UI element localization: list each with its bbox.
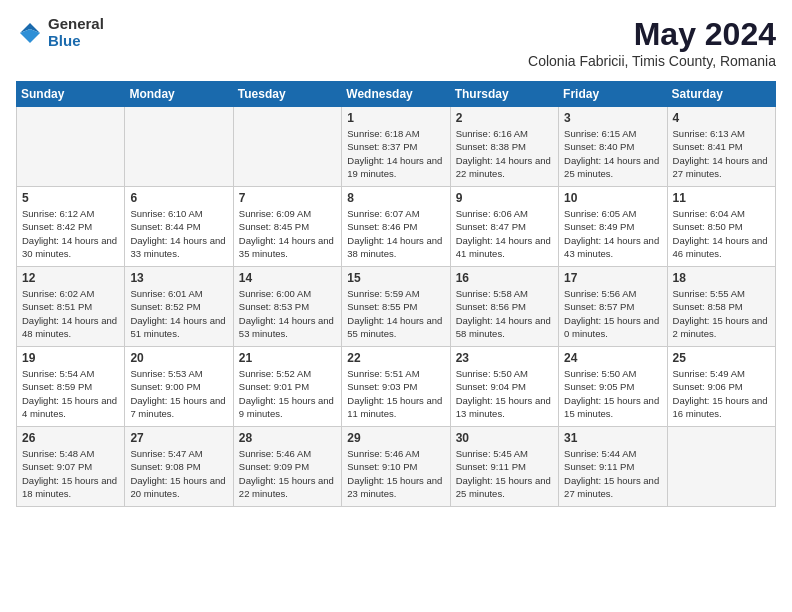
day-number: 12	[22, 271, 119, 285]
day-info: Sunrise: 6:02 AM Sunset: 8:51 PM Dayligh…	[22, 287, 119, 340]
day-number: 8	[347, 191, 444, 205]
table-row: 5Sunrise: 6:12 AM Sunset: 8:42 PM Daylig…	[17, 187, 125, 267]
table-row: 23Sunrise: 5:50 AM Sunset: 9:04 PM Dayli…	[450, 347, 558, 427]
day-number: 27	[130, 431, 227, 445]
day-info: Sunrise: 6:01 AM Sunset: 8:52 PM Dayligh…	[130, 287, 227, 340]
logo: General Blue	[16, 16, 104, 49]
day-number: 11	[673, 191, 770, 205]
day-info: Sunrise: 5:54 AM Sunset: 8:59 PM Dayligh…	[22, 367, 119, 420]
calendar-header-row: Sunday Monday Tuesday Wednesday Thursday…	[17, 82, 776, 107]
day-number: 26	[22, 431, 119, 445]
calendar-subtitle: Colonia Fabricii, Timis County, Romania	[528, 53, 776, 69]
day-info: Sunrise: 6:04 AM Sunset: 8:50 PM Dayligh…	[673, 207, 770, 260]
table-row: 9Sunrise: 6:06 AM Sunset: 8:47 PM Daylig…	[450, 187, 558, 267]
table-row: 3Sunrise: 6:15 AM Sunset: 8:40 PM Daylig…	[559, 107, 667, 187]
calendar-table: Sunday Monday Tuesday Wednesday Thursday…	[16, 81, 776, 507]
day-info: Sunrise: 5:46 AM Sunset: 9:10 PM Dayligh…	[347, 447, 444, 500]
day-info: Sunrise: 5:56 AM Sunset: 8:57 PM Dayligh…	[564, 287, 661, 340]
day-number: 21	[239, 351, 336, 365]
table-row: 15Sunrise: 5:59 AM Sunset: 8:55 PM Dayli…	[342, 267, 450, 347]
day-number: 30	[456, 431, 553, 445]
day-info: Sunrise: 5:51 AM Sunset: 9:03 PM Dayligh…	[347, 367, 444, 420]
day-number: 7	[239, 191, 336, 205]
table-row: 27Sunrise: 5:47 AM Sunset: 9:08 PM Dayli…	[125, 427, 233, 507]
day-info: Sunrise: 6:00 AM Sunset: 8:53 PM Dayligh…	[239, 287, 336, 340]
day-number: 15	[347, 271, 444, 285]
day-info: Sunrise: 5:45 AM Sunset: 9:11 PM Dayligh…	[456, 447, 553, 500]
day-info: Sunrise: 6:18 AM Sunset: 8:37 PM Dayligh…	[347, 127, 444, 180]
calendar-week-row: 19Sunrise: 5:54 AM Sunset: 8:59 PM Dayli…	[17, 347, 776, 427]
table-row: 26Sunrise: 5:48 AM Sunset: 9:07 PM Dayli…	[17, 427, 125, 507]
day-number: 19	[22, 351, 119, 365]
day-number: 20	[130, 351, 227, 365]
title-block: May 2024 Colonia Fabricii, Timis County,…	[528, 16, 776, 69]
table-row: 22Sunrise: 5:51 AM Sunset: 9:03 PM Dayli…	[342, 347, 450, 427]
day-number: 2	[456, 111, 553, 125]
table-row	[17, 107, 125, 187]
table-row: 14Sunrise: 6:00 AM Sunset: 8:53 PM Dayli…	[233, 267, 341, 347]
page-header: General Blue May 2024 Colonia Fabricii, …	[16, 16, 776, 69]
table-row: 21Sunrise: 5:52 AM Sunset: 9:01 PM Dayli…	[233, 347, 341, 427]
day-info: Sunrise: 5:52 AM Sunset: 9:01 PM Dayligh…	[239, 367, 336, 420]
day-number: 31	[564, 431, 661, 445]
table-row: 30Sunrise: 5:45 AM Sunset: 9:11 PM Dayli…	[450, 427, 558, 507]
day-info: Sunrise: 5:48 AM Sunset: 9:07 PM Dayligh…	[22, 447, 119, 500]
day-info: Sunrise: 5:53 AM Sunset: 9:00 PM Dayligh…	[130, 367, 227, 420]
day-number: 5	[22, 191, 119, 205]
table-row: 17Sunrise: 5:56 AM Sunset: 8:57 PM Dayli…	[559, 267, 667, 347]
calendar-week-row: 26Sunrise: 5:48 AM Sunset: 9:07 PM Dayli…	[17, 427, 776, 507]
day-number: 22	[347, 351, 444, 365]
day-info: Sunrise: 5:44 AM Sunset: 9:11 PM Dayligh…	[564, 447, 661, 500]
table-row: 10Sunrise: 6:05 AM Sunset: 8:49 PM Dayli…	[559, 187, 667, 267]
table-row: 2Sunrise: 6:16 AM Sunset: 8:38 PM Daylig…	[450, 107, 558, 187]
table-row: 6Sunrise: 6:10 AM Sunset: 8:44 PM Daylig…	[125, 187, 233, 267]
day-number: 28	[239, 431, 336, 445]
logo-general: General	[48, 16, 104, 33]
day-info: Sunrise: 5:49 AM Sunset: 9:06 PM Dayligh…	[673, 367, 770, 420]
day-number: 24	[564, 351, 661, 365]
day-number: 23	[456, 351, 553, 365]
day-number: 3	[564, 111, 661, 125]
table-row: 31Sunrise: 5:44 AM Sunset: 9:11 PM Dayli…	[559, 427, 667, 507]
day-info: Sunrise: 5:46 AM Sunset: 9:09 PM Dayligh…	[239, 447, 336, 500]
logo-text: General Blue	[48, 16, 104, 49]
day-info: Sunrise: 6:13 AM Sunset: 8:41 PM Dayligh…	[673, 127, 770, 180]
day-number: 4	[673, 111, 770, 125]
table-row: 18Sunrise: 5:55 AM Sunset: 8:58 PM Dayli…	[667, 267, 775, 347]
day-number: 25	[673, 351, 770, 365]
table-row	[233, 107, 341, 187]
header-monday: Monday	[125, 82, 233, 107]
day-number: 10	[564, 191, 661, 205]
header-tuesday: Tuesday	[233, 82, 341, 107]
header-saturday: Saturday	[667, 82, 775, 107]
day-number: 17	[564, 271, 661, 285]
day-number: 1	[347, 111, 444, 125]
day-info: Sunrise: 6:10 AM Sunset: 8:44 PM Dayligh…	[130, 207, 227, 260]
day-number: 18	[673, 271, 770, 285]
table-row: 20Sunrise: 5:53 AM Sunset: 9:00 PM Dayli…	[125, 347, 233, 427]
day-number: 9	[456, 191, 553, 205]
logo-icon	[16, 19, 44, 47]
day-info: Sunrise: 5:50 AM Sunset: 9:04 PM Dayligh…	[456, 367, 553, 420]
day-info: Sunrise: 6:06 AM Sunset: 8:47 PM Dayligh…	[456, 207, 553, 260]
header-wednesday: Wednesday	[342, 82, 450, 107]
day-number: 13	[130, 271, 227, 285]
day-number: 29	[347, 431, 444, 445]
header-sunday: Sunday	[17, 82, 125, 107]
table-row: 11Sunrise: 6:04 AM Sunset: 8:50 PM Dayli…	[667, 187, 775, 267]
day-info: Sunrise: 6:12 AM Sunset: 8:42 PM Dayligh…	[22, 207, 119, 260]
day-info: Sunrise: 6:16 AM Sunset: 8:38 PM Dayligh…	[456, 127, 553, 180]
day-info: Sunrise: 6:07 AM Sunset: 8:46 PM Dayligh…	[347, 207, 444, 260]
table-row: 24Sunrise: 5:50 AM Sunset: 9:05 PM Dayli…	[559, 347, 667, 427]
table-row: 13Sunrise: 6:01 AM Sunset: 8:52 PM Dayli…	[125, 267, 233, 347]
table-row: 16Sunrise: 5:58 AM Sunset: 8:56 PM Dayli…	[450, 267, 558, 347]
day-info: Sunrise: 5:58 AM Sunset: 8:56 PM Dayligh…	[456, 287, 553, 340]
header-friday: Friday	[559, 82, 667, 107]
table-row: 28Sunrise: 5:46 AM Sunset: 9:09 PM Dayli…	[233, 427, 341, 507]
calendar-week-row: 1Sunrise: 6:18 AM Sunset: 8:37 PM Daylig…	[17, 107, 776, 187]
table-row: 29Sunrise: 5:46 AM Sunset: 9:10 PM Dayli…	[342, 427, 450, 507]
day-number: 6	[130, 191, 227, 205]
day-number: 16	[456, 271, 553, 285]
logo-blue: Blue	[48, 33, 104, 50]
day-number: 14	[239, 271, 336, 285]
